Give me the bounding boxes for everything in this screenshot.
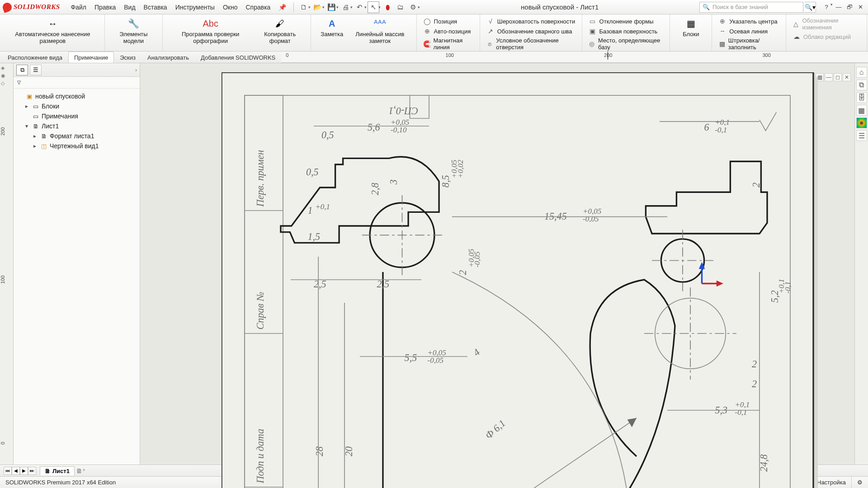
- rebuild-button[interactable]: ⬮: [382, 1, 393, 13]
- view-palette-icon[interactable]: ▦: [856, 105, 867, 116]
- tree-sheet[interactable]: ▾🗎Лист1: [15, 121, 138, 131]
- geo-tolerance-button[interactable]: ▭Отклонение формы: [587, 16, 665, 26]
- status-settings-icon[interactable]: ⚙: [851, 477, 868, 488]
- ruler-horizontal: 0 100 200 300: [281, 52, 868, 63]
- options-button[interactable]: 🗂: [394, 1, 406, 13]
- centerline-icon: ╌: [718, 27, 726, 35]
- home-icon[interactable]: ⌂: [856, 67, 867, 78]
- revision-cloud-button[interactable]: ☁Облако редакций: [791, 32, 862, 42]
- auto-balloon-button[interactable]: ⊕Авто-позиция: [421, 26, 475, 36]
- ruler-tick: 0: [0, 441, 5, 444]
- library-icon[interactable]: 🗄: [856, 92, 867, 103]
- tree-sheet-format[interactable]: ▸🗎Формат листа1: [15, 131, 138, 141]
- datum-button[interactable]: ▣Базовая поверхность: [587, 26, 665, 36]
- appearances-icon[interactable]: ●: [856, 117, 867, 128]
- tree-drawing-view[interactable]: ▸◫Чертежный вид1: [15, 141, 138, 151]
- svg-text:28: 28: [314, 446, 325, 456]
- tab-view-layout[interactable]: Расположение вида: [2, 52, 68, 63]
- feature-tree: ⧉ ☰ › ∇ ▣новый спусковой ▸▭Блоки ▭Примеч…: [14, 63, 140, 465]
- tab-sketch[interactable]: Эскиз: [114, 52, 142, 63]
- model-items-icon: 🔧: [128, 17, 139, 30]
- svg-text:-0,05: -0,05: [583, 215, 599, 223]
- workspace: ◈◉◇ 0 100 200 ⧉ ☰ › ∇ ▣новый спусковой ▸…: [0, 63, 868, 465]
- format-painter-button[interactable]: 🖌 Копировать формат: [254, 15, 306, 46]
- menu-edit[interactable]: Правка: [91, 2, 119, 13]
- model-items-button[interactable]: 🔧 Элементы модели: [109, 15, 158, 46]
- center-mark-button[interactable]: ⊕Указатель центра: [717, 16, 781, 26]
- svg-text:2,8: 2,8: [369, 183, 381, 195]
- menu-insert[interactable]: Вставка: [140, 2, 171, 13]
- surface-finish-button[interactable]: √Шероховатость поверхности: [485, 16, 577, 26]
- tree-annotations[interactable]: ▭Примечания: [15, 111, 138, 121]
- smart-dimension-button[interactable]: ↔︎ Автоматическое нанесение размеров: [5, 15, 100, 46]
- menu-view[interactable]: Вид: [120, 2, 139, 13]
- drawing-canvas-area[interactable]: 🔍 ⤢ ✥ ⟳ ◧ ◐ ◳ ⤢ ▦ — ◻ ✕: [140, 63, 854, 465]
- sheet-tab-active[interactable]: 🗎 Лист1: [40, 466, 75, 475]
- tree-tab-prop[interactable]: ☰: [30, 65, 42, 75]
- tab-addins[interactable]: Добавления SOLIDWORKS: [195, 52, 281, 63]
- help-button[interactable]: ?: [821, 2, 831, 12]
- ribbon: ↔︎ Автоматическое нанесение размеров 🔧 Э…: [0, 14, 868, 52]
- blocks-button[interactable]: ▦ Блоки: [675, 15, 707, 39]
- magnetic-line-button[interactable]: 🧲Магнитная линия: [421, 36, 475, 52]
- title-up: СП-0,1: [389, 105, 419, 117]
- tree-collapse-icon[interactable]: ›: [135, 67, 137, 73]
- tab-evaluate[interactable]: Анализировать: [142, 52, 195, 63]
- hole-callout-button[interactable]: ⌾Условное обозначение отверстия: [485, 36, 577, 52]
- svg-text:6: 6: [704, 122, 709, 133]
- menu-file[interactable]: Файл: [67, 2, 90, 13]
- note-button[interactable]: A Заметка: [316, 15, 348, 39]
- custom-props-icon[interactable]: ☰: [856, 130, 867, 141]
- surface-icon: √: [486, 17, 495, 25]
- search-placeholder: Поиск в базе знаний: [712, 4, 768, 10]
- pin-icon[interactable]: 📌: [278, 4, 286, 11]
- datum-target-button[interactable]: ◎Место, определяющее базу: [587, 36, 665, 52]
- svg-text:1,5: 1,5: [307, 231, 320, 242]
- title-left-0: Перв. примен: [255, 150, 266, 207]
- svg-text:-0,1: -0,1: [783, 282, 792, 294]
- drawing-canvas[interactable]: Перв. примен Справ № Подп и дата Инв № д…: [222, 72, 836, 488]
- ruler-tick: 0: [286, 52, 288, 58]
- minimize-button[interactable]: —: [834, 2, 844, 12]
- restore-button[interactable]: 🗗: [844, 2, 854, 12]
- linear-pattern-button[interactable]: ᴬᴬᴬ Линейный массив заметок: [348, 15, 411, 46]
- sheet-add-button[interactable]: 🗎⁺: [75, 466, 86, 475]
- menu-tools[interactable]: Инструменты: [172, 2, 218, 13]
- settings-button[interactable]: ⚙: [407, 1, 419, 13]
- balloon-button[interactable]: ◯Позиция: [421, 16, 475, 26]
- tree-blocks[interactable]: ▸▭Блоки: [15, 101, 138, 111]
- search-dropdown[interactable]: 🔍▾: [804, 2, 816, 13]
- svg-text:-0,1: -0,1: [715, 126, 727, 134]
- menu-help[interactable]: Справка: [242, 2, 274, 13]
- tree-root[interactable]: ▣новый спусковой: [15, 91, 138, 101]
- ruler-tick: 200: [0, 127, 5, 135]
- save-button[interactable]: 💾: [326, 1, 337, 13]
- new-button[interactable]: 🗋: [297, 1, 309, 13]
- undo-button[interactable]: ↶: [354, 1, 365, 13]
- svg-text:5,5: 5,5: [405, 352, 417, 363]
- sheet-next-button[interactable]: ▶: [20, 467, 28, 475]
- menu-window[interactable]: Окно: [219, 2, 241, 13]
- sheet-first-button[interactable]: ⏮: [4, 467, 12, 475]
- ruler-marker: [608, 52, 608, 60]
- doc-close-icon[interactable]: ✕: [843, 73, 851, 81]
- close-button[interactable]: ✕: [855, 2, 865, 12]
- hatch-fill-button[interactable]: ▩Штриховка/заполнить: [717, 36, 781, 52]
- revision-symbol-button[interactable]: △Обозначение изменения: [791, 16, 862, 32]
- resources-icon[interactable]: ⧉: [856, 80, 867, 90]
- cloud-icon: ☁: [793, 33, 801, 41]
- context-tabs: Расположение вида Примечание Эскиз Анали…: [0, 52, 868, 63]
- weld-symbol-button[interactable]: ↗Обозначение сварного шва: [485, 26, 577, 36]
- ruler-tick: 300: [762, 52, 770, 58]
- tree-tab-fm[interactable]: ⧉: [16, 65, 28, 75]
- select-button[interactable]: ↖: [368, 1, 379, 13]
- centerline-button[interactable]: ╌Осевая линия: [717, 26, 781, 36]
- spell-check-button[interactable]: Abc Программа проверки орфографии: [167, 15, 254, 46]
- tree-filter[interactable]: ∇: [14, 77, 140, 89]
- search-input[interactable]: 🔍 Поиск в базе знаний: [699, 2, 803, 13]
- sheet-last-button[interactable]: ⏭: [28, 467, 36, 475]
- sheet-prev-button[interactable]: ◀: [12, 467, 20, 475]
- open-button[interactable]: 📂: [311, 1, 323, 13]
- print-button[interactable]: 🖨: [340, 1, 351, 13]
- tab-annotation[interactable]: Примечание: [68, 52, 114, 63]
